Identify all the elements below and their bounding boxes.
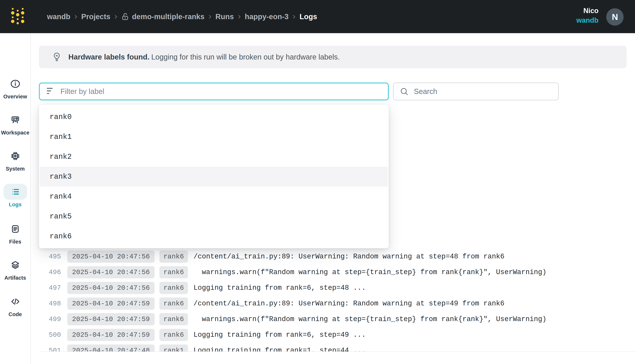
log-line-number: 501 [39,347,61,352]
file-icon [4,221,27,237]
banner-title: Hardware labels found. [68,53,150,61]
sidebar-label: Workspace [1,130,29,136]
sidebar-item-code[interactable]: Code [0,294,30,318]
user-name: Nico [584,6,598,16]
dropdown-option-rank6[interactable]: rank6 [39,226,389,246]
log-message: warnings.warn(f"Random warning at step={… [194,268,546,276]
log-message: warnings.warn(f"Random warning at step={… [194,315,546,323]
log-line-number: 498 [39,300,61,308]
dropdown-option-rank3[interactable]: rank3 [40,167,388,186]
sidebar-label: System [6,166,25,172]
log-search-input[interactable] [394,83,558,100]
log-timestamp: 2025-04-10 20:47:48 [67,344,154,352]
info-icon [4,76,27,92]
log-label-badge: rank1 [160,344,188,352]
log-message: Logging training from rank=1, step=44 ..… [194,346,366,352]
sidebar-item-workspace[interactable]: Workspace [0,112,30,136]
avatar[interactable]: N [606,8,624,26]
workspace-icon [4,112,27,128]
breadcrumb-separator: › [238,12,241,20]
sidebar-item-overview[interactable]: Overview [0,76,30,100]
log-label-badge: rank6 [160,298,188,310]
breadcrumb-project[interactable]: demo-multiple-ranks [121,12,204,21]
log-search-box [393,82,559,100]
filter-by-label-input[interactable] [40,84,388,100]
breadcrumb-entity[interactable]: wandb [47,12,70,21]
sidebar-item-artifacts[interactable]: Artifacts [0,257,30,281]
sidebar-label: Files [9,239,21,245]
log-line-number: 500 [39,331,61,339]
dropdown-option-rank0[interactable]: rank0 [39,107,389,127]
user-team: wandb [576,16,598,25]
log-timestamp: 2025-04-10 20:47:56 [67,282,154,294]
sidebar: Overview Workspace System [0,33,31,364]
banner-message: Logging for this run will be broken out … [151,53,340,61]
log-row: 495 2025-04-10 20:47:56 rank6 /content/a… [39,249,635,264]
log-line-number: 497 [39,284,61,292]
log-line-number: 496 [39,268,61,276]
log-message: /content/ai_train.py:89: UserWarning: Ra… [194,300,504,308]
filter-by-label-box [39,82,389,100]
breadcrumb-separator: › [114,12,117,20]
log-label-badge: rank6 [160,313,188,325]
breadcrumb-current-logs: Logs [300,12,317,21]
breadcrumb: wandb › Projects › demo-multiple-ranks ›… [47,0,317,33]
log-label-badge: rank6 [160,250,188,263]
sidebar-label: Overview [3,94,27,100]
sidebar-label: Logs [9,202,22,208]
lock-open-icon [121,12,129,21]
log-row: 497 2025-04-10 20:47:56 rank6 Logging tr… [39,280,635,296]
label-dropdown: rank0 rank1 rank2 rank3 rank4 rank5 rank… [39,104,389,248]
log-timestamp: 2025-04-10 20:47:59 [67,298,154,310]
dropdown-option-rank2[interactable]: rank2 [39,147,389,167]
hardware-labels-banner: Hardware labels found.Logging for this r… [39,46,627,68]
breadcrumb-separator: › [74,12,77,20]
sidebar-label: Artifacts [4,275,26,281]
log-row: 499 2025-04-10 20:47:59 rank6 warnings.w… [39,311,635,327]
sidebar-label: Code [8,311,22,318]
log-timestamp: 2025-04-10 20:47:59 [67,313,154,325]
dropdown-option-rank1[interactable]: rank1 [39,127,389,147]
list-icon [4,184,27,200]
breadcrumb-separator: › [208,12,211,20]
log-panel-bottom-border [39,352,635,352]
log-timestamp: 2025-04-10 20:47:56 [67,266,154,278]
sidebar-item-logs[interactable]: Logs [0,184,30,208]
log-message: Logging training from rank=6, step=48 ..… [194,284,366,292]
log-message: Logging training from rank=6, step=49 ..… [194,331,366,339]
log-timestamp: 2025-04-10 20:47:56 [67,250,154,263]
log-line-number: 495 [39,253,61,260]
banner-text: Hardware labels found.Logging for this r… [68,53,340,61]
log-row: 498 2025-04-10 20:47:59 rank6 /content/a… [39,296,635,311]
breadcrumb-runs[interactable]: Runs [216,12,234,21]
dropdown-option-rank5[interactable]: rank5 [39,206,389,226]
code-icon [4,294,27,310]
log-row: 501 2025-04-10 20:47:48 rank1 Logging tr… [39,343,635,352]
dropdown-option-rank4[interactable]: rank4 [39,186,389,206]
log-list[interactable]: 495 2025-04-10 20:47:56 rank6 /content/a… [39,249,635,352]
breadcrumb-project-label: demo-multiple-ranks [132,12,204,21]
sidebar-item-files[interactable]: Files [0,221,30,245]
layers-icon [4,257,27,273]
log-label-badge: rank6 [160,266,188,278]
chip-icon [4,148,27,164]
log-row: 500 2025-04-10 20:47:59 rank6 Logging tr… [39,327,635,343]
log-line-number: 499 [39,315,61,323]
log-row: 496 2025-04-10 20:47:56 rank6 warnings.w… [39,264,635,280]
wandb-logo-icon[interactable] [11,7,25,27]
lightbulb-icon [52,52,62,62]
sidebar-item-system[interactable]: System [0,148,30,172]
user-menu[interactable]: Nico wandb [576,6,598,25]
breadcrumb-projects[interactable]: Projects [81,12,110,21]
topbar: wandb › Projects › demo-multiple-ranks ›… [0,0,635,33]
breadcrumb-run-name[interactable]: happy-eon-3 [245,12,288,21]
log-timestamp: 2025-04-10 20:47:59 [67,329,154,341]
log-label-badge: rank6 [160,282,188,294]
log-message: /content/ai_train.py:89: UserWarning: Ra… [194,252,504,260]
log-label-badge: rank6 [160,329,188,341]
breadcrumb-separator: › [292,12,296,20]
